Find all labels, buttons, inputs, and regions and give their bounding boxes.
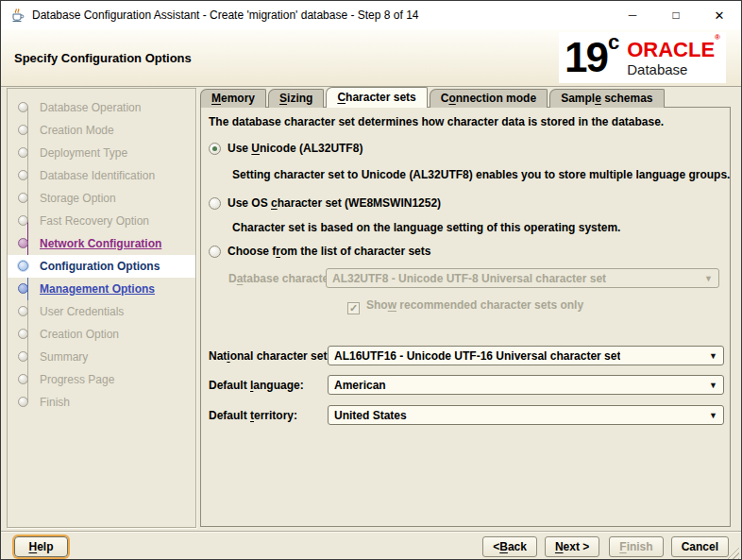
step-circle-icon (18, 125, 28, 135)
step-circle-icon (18, 329, 28, 339)
dbca-window: Database Configuration Assistant - Creat… (0, 0, 742, 560)
minimize-button[interactable]: ─ (611, 1, 654, 29)
radio-use-os-charset[interactable]: Use OS character set (WE8MSWIN1252) (209, 194, 441, 211)
sidebar-step-database-identification: Database Identification (8, 164, 195, 187)
charset-intro-text: The database character set determines ho… (209, 115, 664, 128)
radio-button-icon (209, 197, 221, 210)
step-circle-icon (18, 283, 28, 294)
back-button[interactable]: < Back (482, 536, 537, 557)
sidebar-step-finish: Finish (8, 391, 195, 414)
step-circle-icon (18, 238, 28, 248)
java-icon (9, 8, 25, 23)
sidebar-step-storage-option: Storage Option (8, 187, 195, 210)
radio-choose-from-list[interactable]: Choose from the list of character sets (209, 242, 430, 259)
dropdown-arrow-icon: ▼ (709, 381, 717, 390)
maximize-button[interactable]: □ (654, 1, 698, 29)
wizard-steps-sidebar: Database Operation Creation Mode Deploym… (7, 88, 196, 528)
sidebar-step-creation-mode: Creation Mode (8, 119, 195, 142)
close-button[interactable]: ✕ (698, 1, 741, 29)
wizard-header: Specify Configuration Options 19c ORACLE… (1, 29, 741, 87)
tab-memory[interactable]: Memory (200, 89, 266, 108)
step-circle-icon (18, 306, 28, 316)
page-title: Specify Configuration Options (14, 51, 192, 65)
sidebar-step-fast-recovery-option: Fast Recovery Option (8, 210, 195, 232)
step-circle-icon (18, 374, 28, 384)
national-charset-select[interactable]: AL16UTF16 - Unicode UTF-16 Universal cha… (328, 346, 724, 365)
finish-button: Finish (609, 536, 663, 557)
minimize-icon: ─ (629, 8, 637, 22)
default-territory-label: Default territory: (209, 409, 297, 422)
close-icon: ✕ (715, 8, 725, 23)
sidebar-step-deployment-type: Deployment Type (8, 142, 195, 164)
step-circle-icon (18, 351, 28, 362)
registered-mark: ® (715, 33, 720, 42)
sidebar-step-creation-option: Creation Option (8, 323, 195, 346)
tab-character-sets[interactable]: Character sets (326, 87, 427, 108)
step-circle-icon (18, 261, 28, 271)
title-bar: Database Configuration Assistant - Creat… (1, 1, 741, 29)
dropdown-arrow-icon: ▼ (709, 411, 717, 420)
step-circle-icon (18, 102, 28, 112)
sidebar-step-configuration-options: Configuration Options (8, 255, 195, 278)
maximize-icon: □ (672, 8, 679, 22)
options-tabstrip: Memory Sizing Character sets Connection … (200, 88, 666, 108)
step-circle-icon (18, 147, 28, 158)
tab-sizing[interactable]: Sizing (268, 89, 324, 108)
checkbox-icon: ✓ (347, 302, 360, 314)
sidebar-step-progress-page: Progress Page (8, 368, 195, 391)
window-title: Database Configuration Assistant - Creat… (32, 8, 418, 22)
tab-connection-mode[interactable]: Connection mode (430, 89, 548, 108)
radio-use-unicode[interactable]: Use Unicode (AL32UTF8) (209, 139, 363, 156)
dropdown-arrow-icon: ▼ (704, 274, 713, 283)
step-circle-icon (18, 397, 28, 407)
character-sets-panel: The database character set determines ho… (200, 107, 731, 527)
logo-version: 19 (565, 34, 607, 81)
unicode-description: Setting character set to Unicode (AL32UT… (232, 168, 730, 181)
step-circle-icon (18, 215, 28, 226)
national-charset-label: National character set: (209, 349, 330, 363)
wizard-button-bar: Help < Back Next > Finish Cancel (1, 531, 741, 560)
dropdown-arrow-icon: ▼ (709, 351, 717, 361)
oracle-19c-logo: 19c ORACLE® Database (559, 32, 726, 83)
step-circle-icon (18, 170, 28, 180)
cancel-button[interactable]: Cancel (671, 536, 729, 557)
default-language-select[interactable]: American ▼ (328, 375, 724, 395)
help-button[interactable]: Help (14, 536, 68, 557)
tab-sample-schemas[interactable]: Sample schemas (549, 89, 664, 108)
step-circle-icon (18, 193, 28, 203)
sidebar-step-database-operation: Database Operation (8, 96, 195, 119)
radio-button-icon (209, 246, 221, 258)
next-button[interactable]: Next > (545, 536, 599, 557)
oracle-brand: ORACLE® (627, 40, 720, 60)
sidebar-step-network-configuration[interactable]: Network Configuration (8, 232, 195, 255)
sidebar-step-summary: Summary (8, 346, 195, 368)
database-charset-select: AL32UTF8 - Unicode UTF-8 Universal chara… (326, 268, 719, 288)
logo-product: Database (627, 62, 720, 76)
default-territory-select[interactable]: United States ▼ (328, 405, 724, 425)
radio-button-icon (209, 143, 221, 155)
default-language-label: Default language: (209, 379, 304, 392)
sidebar-step-user-credentials: User Credentials (8, 300, 195, 323)
os-charset-description: Character set is based on the language s… (232, 221, 620, 234)
show-recommended-checkbox: ✓Show recommended character sets only (347, 296, 583, 314)
sidebar-step-management-options[interactable]: Management Options (8, 278, 195, 300)
